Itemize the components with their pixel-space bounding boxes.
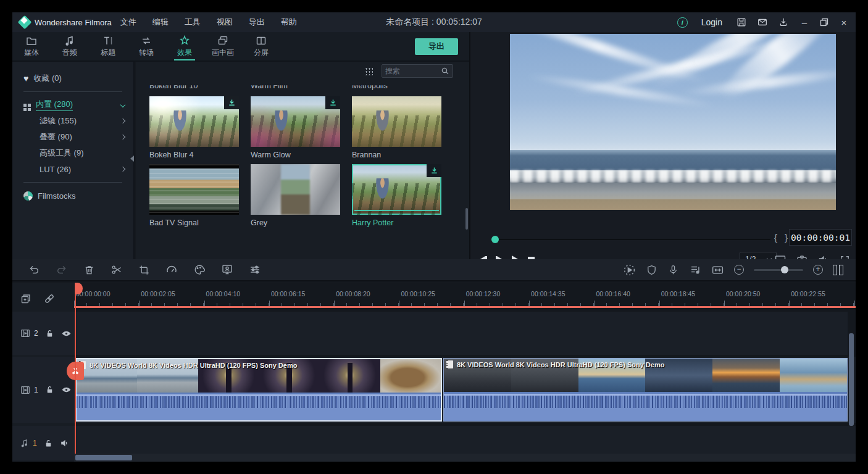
timeline-vscrollbar[interactable]: [849, 333, 854, 426]
audio-mixer-button[interactable]: [689, 264, 701, 276]
tab-split-screen[interactable]: 分屏: [242, 32, 280, 60]
tab-media[interactable]: 媒体: [12, 32, 51, 60]
menu-view[interactable]: 视图: [217, 17, 233, 28]
menu-edit[interactable]: 编辑: [152, 17, 169, 28]
preview-sea: [510, 150, 836, 173]
mark-out-button[interactable]: }: [785, 232, 788, 243]
info-icon[interactable]: i: [677, 17, 688, 28]
render-preview-button[interactable]: [623, 264, 636, 276]
timeline: 2 1 1 00:00:00:00 00:00:02:05 00:00:04:1…: [12, 283, 856, 462]
audio-track-icon: [20, 438, 30, 448]
lock-track-icon[interactable]: [45, 329, 54, 338]
effect-card-grey[interactable]: Grey: [251, 164, 340, 227]
motion-tracking-button[interactable]: [221, 264, 233, 276]
minimize-button[interactable]: –: [799, 17, 810, 28]
effect-card-bokeh-blur-4[interactable]: Bokeh Blur 4: [149, 96, 239, 159]
sidebar-item-filmstocks[interactable]: Filmstocks: [23, 188, 133, 204]
zoom-in-button[interactable]: +: [813, 265, 823, 275]
sidebar-item-advanced-tools[interactable]: 高级工具 (9): [23, 145, 133, 161]
seek-handle[interactable]: [491, 236, 499, 243]
clip-media-icon: [446, 360, 453, 368]
lock-track-icon[interactable]: [45, 385, 54, 394]
delete-button[interactable]: [83, 264, 95, 276]
login-button[interactable]: Login: [701, 17, 722, 27]
color-palette-button[interactable]: [193, 264, 206, 276]
search-box[interactable]: [382, 64, 453, 78]
panel-layout-toggle[interactable]: [833, 265, 843, 275]
menu-tools[interactable]: 工具: [185, 17, 201, 28]
sidebar-item-filters[interactable]: 滤镜 (155): [23, 113, 133, 129]
hscrollbar-thumb[interactable]: [75, 455, 132, 460]
tab-audio[interactable]: 音频: [51, 32, 89, 60]
playhead-line[interactable]: [75, 283, 76, 454]
sidebar-item-builtin[interactable]: 内置 (280): [23, 97, 133, 113]
timeline-clip-2[interactable]: 8K VIDEOS World 8K Videos HDR UltraHD (1…: [443, 358, 848, 422]
close-button[interactable]: ×: [838, 17, 849, 28]
export-button[interactable]: 导出: [415, 38, 458, 55]
track-header-audio-1[interactable]: 1: [12, 426, 74, 460]
track-video-1[interactable]: 8K VIDEOS World 8K Videos HDR UltraHD (1…: [74, 357, 856, 423]
tab-titles[interactable]: 标题: [89, 32, 127, 60]
tab-transitions[interactable]: 转场: [127, 32, 165, 60]
mark-in-button[interactable]: {: [774, 232, 777, 243]
search-input[interactable]: [385, 67, 441, 75]
feedback-mail-button[interactable]: [757, 17, 768, 28]
preview-video[interactable]: [510, 34, 836, 210]
menu-export[interactable]: 导出: [249, 17, 265, 28]
track-number: 1: [33, 439, 37, 447]
crop-button[interactable]: [138, 264, 150, 276]
restore-button[interactable]: [820, 18, 828, 27]
effect-label[interactable]: Metropolis: [352, 81, 441, 90]
collapse-panel-arrow[interactable]: [130, 156, 134, 162]
link-clips-button[interactable]: [43, 293, 56, 305]
undo-button[interactable]: [28, 264, 40, 276]
speed-button[interactable]: [165, 264, 178, 276]
tab-pip[interactable]: 画中画: [204, 32, 242, 60]
toggle-visibility-icon[interactable]: [61, 385, 72, 395]
record-voiceover-button[interactable]: [667, 264, 679, 276]
sidebar-item-overlays[interactable]: 叠覆 (90): [23, 129, 133, 145]
shield-button[interactable]: [646, 264, 657, 276]
zoom-slider-handle[interactable]: [781, 266, 788, 273]
video-track-icon: [20, 385, 31, 396]
fit-timeline-button[interactable]: [711, 264, 724, 276]
effects-scrollbar[interactable]: [465, 208, 468, 230]
clip-audio-waveform: [444, 394, 847, 421]
mute-track-icon[interactable]: [60, 438, 70, 448]
seek-bar[interactable]: [495, 239, 770, 240]
ruler-tick: 00:00:18:45: [661, 290, 695, 297]
redo-button[interactable]: [56, 264, 68, 276]
grid-icon: [23, 104, 27, 107]
effect-label[interactable]: Bokeh Blur 10: [149, 81, 239, 90]
menu-file[interactable]: 文件: [120, 17, 136, 28]
adjust-sliders-button[interactable]: [249, 264, 261, 276]
track-header-video-2[interactable]: 2: [12, 312, 74, 355]
download-center-button[interactable]: [778, 17, 789, 28]
ruler-tick: 00:00:16:40: [596, 290, 630, 297]
effect-card-bad-tv-signal[interactable]: Bad TV Signal: [149, 164, 239, 227]
timeline-ruler[interactable]: 00:00:00:00 00:00:02:05 00:00:04:10 00:0…: [74, 283, 856, 308]
save-project-button[interactable]: [736, 17, 747, 28]
ruler-tick: 00:00:22:55: [791, 290, 825, 297]
timeline-clip-1-selected[interactable]: 8K VIDEOS World 8K Videos HDR UltraHD (1…: [75, 358, 442, 422]
timeline-zoom-slider[interactable]: [754, 269, 803, 271]
zoom-out-button[interactable]: −: [734, 265, 744, 275]
effect-label[interactable]: Warm Film: [251, 81, 340, 90]
add-track-button[interactable]: [20, 293, 32, 305]
track-header-video-1[interactable]: 1: [12, 357, 74, 423]
tab-effects[interactable]: 效果: [165, 32, 204, 60]
sidebar-item-lut[interactable]: LUT (26): [23, 161, 133, 177]
timeline-hscrollbar[interactable]: [74, 454, 856, 462]
effect-card-harry-potter[interactable]: Harry Potter: [352, 164, 441, 227]
track-video-2[interactable]: [74, 312, 848, 355]
menu-help[interactable]: 帮助: [281, 17, 297, 28]
grid-view-icon[interactable]: [365, 67, 373, 75]
lock-track-icon[interactable]: [44, 439, 53, 448]
effect-card-warm-glow[interactable]: Warm Glow: [251, 96, 340, 159]
effect-card-brannan[interactable]: Brannan: [352, 96, 441, 159]
toggle-visibility-icon[interactable]: [61, 328, 72, 339]
timeline-toolbar: − +: [12, 259, 856, 281]
split-scissors-button[interactable]: [111, 264, 123, 276]
sidebar-item-favorites[interactable]: ♥ 收藏 (0): [23, 70, 133, 86]
track-header-gutter: 2 1 1: [12, 283, 74, 462]
